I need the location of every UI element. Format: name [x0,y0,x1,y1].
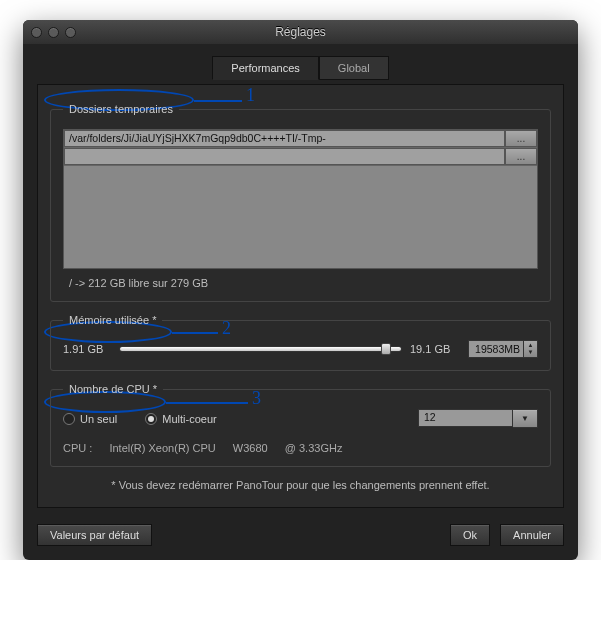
browse-button[interactable]: ... [505,148,537,165]
restart-note: * Vous devez redémarrer PanoTour pour qu… [50,479,551,491]
cpu-info: CPU : Intel(R) Xeon(R) CPU W3680 @ 3.33G… [63,442,538,454]
footer: Valeurs par défaut Ok Annuler [37,524,564,546]
folder-list: /var/folders/Ji/JiaUYjSjHXK7mGqp9db0C+++… [63,129,538,269]
cpu-count-value: 12 [418,409,513,427]
slider-thumb[interactable] [381,343,391,355]
minimize-icon[interactable] [48,27,59,38]
radio-multi-label: Multi-coeur [162,413,216,425]
content: Performances Global 1 Dossiers temporair… [23,44,578,560]
radio-icon [145,413,157,425]
radio-icon [63,413,75,425]
group-temp-folders: Dossiers temporaires /var/folders/Ji/Jia… [50,103,551,302]
tab-global[interactable]: Global [319,56,389,80]
memory-min-label: 1.91 GB [63,343,111,355]
close-icon[interactable] [31,27,42,38]
tab-performances[interactable]: Performances [212,56,318,80]
titlebar: Réglages [23,20,578,44]
browse-button[interactable]: ... [505,130,537,147]
memory-slider[interactable] [119,346,402,352]
disk-free-label: / -> 212 GB libre sur 279 GB [63,277,538,289]
spinner-arrows[interactable]: ▲▼ [524,340,538,358]
group-cpu: Nombre de CPU * Un seul Multi-coeur 12 ▼ [50,383,551,467]
traffic-lights [31,27,76,38]
cancel-button[interactable]: Annuler [500,524,564,546]
legend-cpu: Nombre de CPU * [63,383,163,395]
legend-memory: Mémoire utilisée * [63,314,162,326]
cpu-count-select[interactable]: 12 ▼ [418,409,538,428]
memory-spinner: ▲▼ [468,340,538,358]
tabbar: Performances Global [37,56,564,80]
group-memory: Mémoire utilisée * 1.91 GB 19.1 GB ▲▼ [50,314,551,371]
folder-path[interactable]: /var/folders/Ji/JiaUYjSjHXK7mGqp9db0C+++… [64,130,505,147]
memory-max-label: 19.1 GB [410,343,460,355]
legend-temp-folders: Dossiers temporaires [63,103,179,115]
settings-window: Réglages Performances Global 1 Dossiers … [23,20,578,560]
radio-single[interactable]: Un seul [63,413,117,425]
chevron-down-icon[interactable]: ▼ [513,409,538,428]
radio-multi[interactable]: Multi-coeur [145,413,216,425]
memory-input[interactable] [468,340,524,358]
panel-performances: 1 Dossiers temporaires /var/folders/Ji/J… [37,84,564,508]
ok-button[interactable]: Ok [450,524,490,546]
defaults-button[interactable]: Valeurs par défaut [37,524,152,546]
folder-row: /var/folders/Ji/JiaUYjSjHXK7mGqp9db0C+++… [64,130,537,148]
folder-row: ... [64,148,537,166]
radio-single-label: Un seul [80,413,117,425]
zoom-icon[interactable] [65,27,76,38]
folder-path[interactable] [64,148,505,165]
window-title: Réglages [23,25,578,39]
